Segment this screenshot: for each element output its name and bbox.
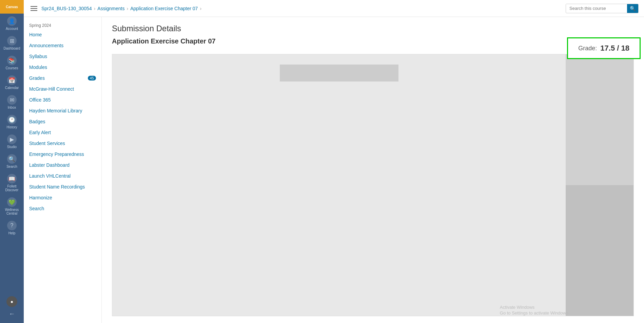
sidebar-link-badges[interactable]: Badges (24, 116, 101, 127)
inbox-label: Inbox (8, 106, 16, 109)
preview-sidebar-top (566, 54, 633, 185)
sidebar-link-grades[interactable]: Grades 45 (24, 73, 101, 84)
grades-link-text: Grades (29, 75, 45, 81)
follett-icon: 📖 (7, 174, 17, 183)
sidebar-item-help[interactable]: ? Help (0, 218, 24, 238)
search-label: Search (6, 165, 17, 168)
follett-label: Follett Discover (1, 184, 22, 192)
sidebar-link-syllabus[interactable]: Syllabus (24, 51, 101, 62)
breadcrumb-sep-2: › (127, 6, 129, 11)
submission-header: Submission Details Application Exercise … (102, 17, 644, 54)
sidebar-item-wellness[interactable]: 💚 Wellness Central (0, 195, 24, 218)
preview-main (112, 54, 566, 316)
history-icon: 🕐 (7, 115, 17, 124)
dashboard-icon: ⊞ (7, 36, 17, 46)
grades-badge: 45 (88, 76, 96, 80)
sidebar-link-hayden[interactable]: Hayden Memorial Library (24, 105, 101, 116)
breadcrumb: Spr24_BUS-130_30054 › Assignments › Appl… (41, 6, 563, 11)
sidebar-item-follett[interactable]: 📖 Follett Discover (0, 171, 24, 195)
hamburger-line-2 (31, 8, 37, 9)
calendar-label: Calendar (5, 86, 19, 90)
sidebar-link-office365[interactable]: Office 365 (24, 94, 101, 105)
hamburger-line-1 (31, 6, 37, 7)
dashboard-label: Dashboard (4, 47, 20, 50)
logo-text: Canvas (6, 5, 18, 9)
sidebar-link-emergency[interactable]: Emergency Preparedness (24, 149, 101, 160)
nav-bottom: ● ← (6, 296, 17, 323)
nav-rail: Canvas 👤 Account ⊞ Dashboard 📚 Courses 📅… (0, 0, 24, 323)
course-search-button[interactable]: 🔍 (627, 4, 638, 13)
history-label: History (6, 125, 17, 129)
breadcrumb-exercise[interactable]: Application Exercise Chapter 07 (130, 6, 198, 11)
sidebar-link-modules[interactable]: Modules (24, 62, 101, 73)
sidebar-link-harmonize[interactable]: Harmonize (24, 192, 101, 203)
main-area: Spr24_BUS-130_30054 › Assignments › Appl… (24, 0, 644, 323)
hamburger-line-3 (31, 10, 37, 11)
sidebar-link-announcements[interactable]: Announcements (24, 40, 101, 51)
wellness-icon: 💚 (7, 197, 17, 207)
hamburger-button[interactable] (29, 5, 39, 12)
sidebar-link-mcgrawhill[interactable]: McGraw-Hill Connect (24, 84, 101, 94)
sidebar-item-dashboard[interactable]: ⊞ Dashboard (0, 33, 24, 53)
sidebar-link-labster[interactable]: Labster Dashboard (24, 160, 101, 171)
inbox-icon: ✉ (7, 95, 17, 105)
course-search-box: 🔍 (566, 4, 639, 13)
sidebar-link-search[interactable]: Search (24, 203, 101, 214)
preview-placeholder (280, 65, 398, 82)
wellness-label: Wellness Central (1, 208, 22, 215)
grade-value: 17.5 / 18 (600, 44, 629, 53)
assignment-name: Application Exercise Chapter 07 (112, 37, 634, 45)
page-content: Submission Details Application Exercise … (102, 17, 644, 323)
help-label: Help (8, 231, 16, 235)
calendar-icon: 📅 (7, 75, 17, 85)
user-avatar[interactable]: ● (6, 296, 17, 307)
submission-title: Submission Details (112, 24, 634, 33)
sidebar-link-recordings[interactable]: Student Name Recordings (24, 181, 101, 192)
app-logo[interactable]: Canvas (0, 0, 24, 14)
courses-label: Courses (5, 66, 18, 70)
sidebar-item-account[interactable]: 👤 Account (0, 14, 24, 33)
sidebar-link-studentservices[interactable]: Student Services (24, 138, 101, 149)
sidebar-item-history[interactable]: 🕐 History (0, 112, 24, 132)
studio-label: Studio (7, 145, 17, 149)
course-search-input[interactable] (566, 4, 627, 13)
sidebar-link-home[interactable]: Home (24, 29, 101, 40)
sidebar-item-courses[interactable]: 📚 Courses (0, 53, 24, 73)
preview-sidebar-bottom (566, 185, 633, 316)
courses-icon: 📚 (7, 56, 17, 65)
breadcrumb-assignments[interactable]: Assignments (97, 6, 124, 11)
sidebar-link-vhl[interactable]: Launch VHLCentral (24, 171, 101, 181)
sidebar-link-earlyalert[interactable]: Early Alert (24, 127, 101, 138)
submission-preview (112, 54, 634, 316)
breadcrumb-course[interactable]: Spr24_BUS-130_30054 (41, 6, 92, 11)
breadcrumb-sep-1: › (94, 6, 96, 11)
account-icon: 👤 (7, 16, 17, 26)
course-sidebar: Spring 2024 Home Announcements Syllabus … (24, 17, 102, 323)
content-area: Spring 2024 Home Announcements Syllabus … (24, 17, 644, 323)
top-bar: Spr24_BUS-130_30054 › Assignments › Appl… (24, 0, 644, 17)
sidebar-item-studio[interactable]: ▶ Studio (0, 132, 24, 151)
help-icon: ? (7, 221, 17, 230)
account-label: Account (6, 27, 18, 31)
search-icon: 🔍 (7, 154, 17, 164)
sidebar-item-inbox[interactable]: ✉ Inbox (0, 92, 24, 112)
nav-back-button[interactable]: ← (7, 308, 17, 320)
semester-label: Spring 2024 (24, 20, 101, 29)
studio-icon: ▶ (7, 134, 17, 144)
grade-box: Grade: 17.5 / 18 (567, 37, 641, 59)
grade-label: Grade: (578, 45, 597, 52)
sidebar-item-calendar[interactable]: 📅 Calendar (0, 73, 24, 92)
sidebar-item-search[interactable]: 🔍 Search (0, 151, 24, 171)
breadcrumb-sep-3: › (200, 6, 201, 11)
